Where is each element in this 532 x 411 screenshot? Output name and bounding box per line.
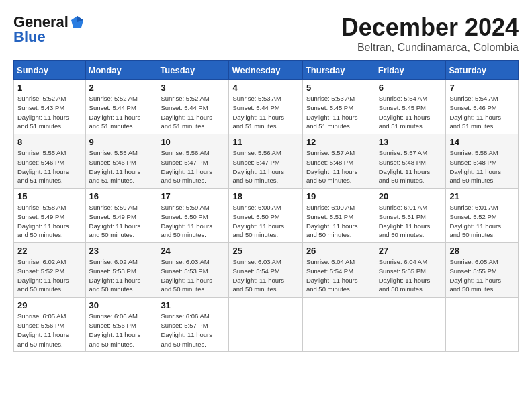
day-number: 22	[17, 246, 82, 256]
calendar-day-cell: 23Sunrise: 6:02 AM Sunset: 5:53 PM Dayli…	[85, 243, 157, 298]
day-detail: Sunrise: 5:59 AM Sunset: 5:50 PM Dayligh…	[161, 203, 212, 238]
logo-blue: Blue	[13, 28, 46, 46]
day-detail: Sunrise: 6:04 AM Sunset: 5:54 PM Dayligh…	[306, 258, 358, 293]
day-number: 23	[89, 246, 154, 256]
day-number: 25	[232, 246, 298, 256]
calendar-day-header: Monday	[85, 61, 157, 80]
calendar-day-cell: 24Sunrise: 6:03 AM Sunset: 5:53 PM Dayli…	[157, 243, 229, 298]
day-detail: Sunrise: 5:54 AM Sunset: 5:45 PM Dayligh…	[379, 95, 431, 130]
calendar-day-cell: 8Sunrise: 5:55 AM Sunset: 5:46 PM Daylig…	[14, 134, 86, 189]
day-number: 15	[17, 191, 82, 201]
day-number: 10	[161, 137, 225, 147]
day-number: 8	[17, 137, 82, 147]
calendar-day-cell: 20Sunrise: 6:01 AM Sunset: 5:51 PM Dayli…	[375, 189, 446, 243]
calendar-day-header: Saturday	[446, 61, 519, 80]
day-number: 18	[232, 191, 298, 201]
day-detail: Sunrise: 6:05 AM Sunset: 5:56 PM Dayligh…	[17, 312, 69, 347]
calendar-week-row: 29Sunrise: 6:05 AM Sunset: 5:56 PM Dayli…	[14, 298, 519, 352]
calendar-day-cell: 30Sunrise: 6:06 AM Sunset: 5:56 PM Dayli…	[85, 298, 157, 352]
calendar-header-row: SundayMondayTuesdayWednesdayThursdayFrid…	[14, 61, 519, 80]
calendar-day-cell: 21Sunrise: 6:01 AM Sunset: 5:52 PM Dayli…	[446, 189, 519, 243]
calendar-day-cell: 7Sunrise: 5:54 AM Sunset: 5:46 PM Daylig…	[446, 80, 519, 134]
calendar-day-header: Wednesday	[229, 61, 302, 80]
calendar-day-cell: 17Sunrise: 5:59 AM Sunset: 5:50 PM Dayli…	[157, 189, 229, 243]
day-number: 21	[449, 191, 515, 201]
day-detail: Sunrise: 6:03 AM Sunset: 5:54 PM Dayligh…	[232, 258, 284, 293]
day-number: 12	[306, 137, 371, 147]
day-number: 7	[449, 83, 515, 93]
calendar-week-row: 22Sunrise: 6:02 AM Sunset: 5:52 PM Dayli…	[14, 243, 519, 298]
day-detail: Sunrise: 6:06 AM Sunset: 5:57 PM Dayligh…	[161, 312, 212, 347]
calendar-day-cell: 27Sunrise: 6:04 AM Sunset: 5:55 PM Dayli…	[375, 243, 446, 298]
calendar-day-cell: 22Sunrise: 6:02 AM Sunset: 5:52 PM Dayli…	[14, 243, 86, 298]
day-detail: Sunrise: 6:00 AM Sunset: 5:50 PM Dayligh…	[232, 203, 284, 238]
calendar-day-cell: 31Sunrise: 6:06 AM Sunset: 5:57 PM Dayli…	[157, 298, 229, 352]
day-detail: Sunrise: 6:04 AM Sunset: 5:55 PM Dayligh…	[379, 258, 431, 293]
day-number: 5	[306, 83, 371, 93]
calendar-day-cell: 6Sunrise: 5:54 AM Sunset: 5:45 PM Daylig…	[375, 80, 446, 134]
day-number: 13	[379, 137, 443, 147]
title-area: December 2024 Beltran, Cundinamarca, Col…	[341, 13, 519, 54]
calendar-week-row: 15Sunrise: 5:58 AM Sunset: 5:49 PM Dayli…	[14, 189, 519, 243]
calendar-day-cell: 10Sunrise: 5:56 AM Sunset: 5:47 PM Dayli…	[157, 134, 229, 189]
calendar-body: 1Sunrise: 5:52 AM Sunset: 5:43 PM Daylig…	[14, 80, 519, 352]
calendar-day-cell: 1Sunrise: 5:52 AM Sunset: 5:43 PM Daylig…	[14, 80, 86, 134]
calendar-day-cell: 18Sunrise: 6:00 AM Sunset: 5:50 PM Dayli…	[229, 189, 302, 243]
day-detail: Sunrise: 5:57 AM Sunset: 5:48 PM Dayligh…	[306, 149, 358, 184]
day-number: 20	[379, 191, 443, 201]
calendar-day-cell: 5Sunrise: 5:53 AM Sunset: 5:45 PM Daylig…	[302, 80, 375, 134]
day-detail: Sunrise: 5:55 AM Sunset: 5:46 PM Dayligh…	[89, 149, 141, 184]
day-detail: Sunrise: 6:06 AM Sunset: 5:56 PM Dayligh…	[89, 312, 141, 347]
day-detail: Sunrise: 6:01 AM Sunset: 5:52 PM Dayligh…	[449, 203, 501, 238]
calendar-day-cell: 16Sunrise: 5:59 AM Sunset: 5:49 PM Dayli…	[85, 189, 157, 243]
day-detail: Sunrise: 5:58 AM Sunset: 5:48 PM Dayligh…	[449, 149, 501, 184]
calendar-day-cell: 19Sunrise: 6:00 AM Sunset: 5:51 PM Dayli…	[302, 189, 375, 243]
calendar-day-cell: 15Sunrise: 5:58 AM Sunset: 5:49 PM Dayli…	[14, 189, 86, 243]
location-title: Beltran, Cundinamarca, Colombia	[341, 42, 519, 54]
calendar-day-cell	[229, 298, 302, 352]
day-number: 29	[17, 300, 82, 310]
day-detail: Sunrise: 6:02 AM Sunset: 5:52 PM Dayligh…	[17, 258, 69, 293]
day-detail: Sunrise: 5:56 AM Sunset: 5:47 PM Dayligh…	[232, 149, 284, 184]
day-number: 11	[232, 137, 298, 147]
calendar-table: SundayMondayTuesdayWednesdayThursdayFrid…	[13, 60, 519, 352]
day-number: 9	[89, 137, 154, 147]
day-number: 4	[232, 83, 298, 93]
day-number: 31	[161, 300, 225, 310]
day-detail: Sunrise: 5:59 AM Sunset: 5:49 PM Dayligh…	[89, 203, 141, 238]
day-detail: Sunrise: 5:52 AM Sunset: 5:44 PM Dayligh…	[161, 95, 212, 130]
day-detail: Sunrise: 5:53 AM Sunset: 5:45 PM Dayligh…	[306, 95, 358, 130]
day-detail: Sunrise: 6:02 AM Sunset: 5:53 PM Dayligh…	[89, 258, 141, 293]
month-title: December 2024	[341, 13, 519, 42]
day-detail: Sunrise: 6:00 AM Sunset: 5:51 PM Dayligh…	[306, 203, 358, 238]
calendar-day-cell: 4Sunrise: 5:53 AM Sunset: 5:44 PM Daylig…	[229, 80, 302, 134]
day-detail: Sunrise: 6:03 AM Sunset: 5:53 PM Dayligh…	[161, 258, 212, 293]
calendar-day-header: Friday	[375, 61, 446, 80]
calendar-day-cell: 12Sunrise: 5:57 AM Sunset: 5:48 PM Dayli…	[302, 134, 375, 189]
day-detail: Sunrise: 5:57 AM Sunset: 5:48 PM Dayligh…	[379, 149, 431, 184]
logo-icon	[70, 15, 85, 30]
day-number: 16	[89, 191, 154, 201]
day-number: 17	[161, 191, 225, 201]
day-detail: Sunrise: 5:56 AM Sunset: 5:47 PM Dayligh…	[161, 149, 212, 184]
calendar-day-cell: 25Sunrise: 6:03 AM Sunset: 5:54 PM Dayli…	[229, 243, 302, 298]
logo: General Blue	[13, 13, 85, 46]
day-detail: Sunrise: 5:58 AM Sunset: 5:49 PM Dayligh…	[17, 203, 69, 238]
day-number: 6	[379, 83, 443, 93]
calendar-day-cell: 13Sunrise: 5:57 AM Sunset: 5:48 PM Dayli…	[375, 134, 446, 189]
calendar-day-cell: 29Sunrise: 6:05 AM Sunset: 5:56 PM Dayli…	[14, 298, 86, 352]
calendar-day-cell: 26Sunrise: 6:04 AM Sunset: 5:54 PM Dayli…	[302, 243, 375, 298]
day-number: 1	[17, 83, 82, 93]
calendar-day-cell: 11Sunrise: 5:56 AM Sunset: 5:47 PM Dayli…	[229, 134, 302, 189]
calendar-day-cell: 14Sunrise: 5:58 AM Sunset: 5:48 PM Dayli…	[446, 134, 519, 189]
calendar-week-row: 1Sunrise: 5:52 AM Sunset: 5:43 PM Daylig…	[14, 80, 519, 134]
day-number: 30	[89, 300, 154, 310]
calendar-day-cell: 3Sunrise: 5:52 AM Sunset: 5:44 PM Daylig…	[157, 80, 229, 134]
day-number: 26	[306, 246, 371, 256]
day-number: 2	[89, 83, 154, 93]
day-number: 27	[379, 246, 443, 256]
page-header: General Blue December 2024 Beltran, Cund…	[13, 13, 519, 54]
day-detail: Sunrise: 6:01 AM Sunset: 5:51 PM Dayligh…	[379, 203, 431, 238]
day-number: 14	[449, 137, 515, 147]
calendar-day-cell: 2Sunrise: 5:52 AM Sunset: 5:44 PM Daylig…	[85, 80, 157, 134]
